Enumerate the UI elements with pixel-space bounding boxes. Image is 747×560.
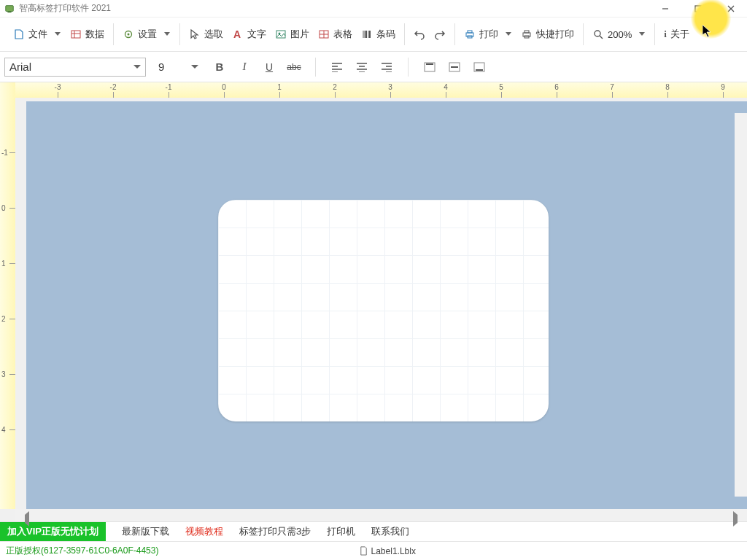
file-button[interactable]: 文件	[9, 25, 66, 44]
steps-link[interactable]: 标签打印只需3步	[239, 525, 311, 538]
text-button[interactable]: A 文字	[228, 25, 271, 44]
title-bar: 智高标签打印软件 2021	[0, 0, 747, 18]
printer-link[interactable]: 打印机	[327, 525, 355, 538]
workspace: -101234 -3-2-10123456789	[0, 82, 747, 521]
minimize-button[interactable]	[649, 0, 681, 18]
vertical-scrollbar[interactable]	[735, 113, 747, 497]
quick-print-button[interactable]: 快捷打印	[516, 25, 578, 44]
table-label: 表格	[333, 28, 352, 41]
font-size-select[interactable]: 9	[152, 58, 203, 77]
zoom-label: 200%	[608, 29, 632, 40]
vip-link[interactable]: 加入VIP正版无忧计划	[0, 522, 106, 541]
chevron-down-icon	[54, 32, 61, 36]
cursor-icon	[703, 25, 714, 39]
chevron-down-icon	[191, 65, 198, 69]
settings-label: 设置	[138, 28, 157, 41]
font-name-select[interactable]: Arial	[4, 58, 146, 77]
label-canvas[interactable]	[218, 200, 549, 421]
maximize-button[interactable]	[681, 0, 714, 18]
valign-bottom-button[interactable]	[468, 56, 490, 78]
valign-top-button[interactable]	[419, 56, 441, 78]
license-status: 正版授权(6127-3597-61C0-6A0F-4453)	[0, 545, 158, 557]
redo-button[interactable]	[430, 26, 450, 43]
chevron-down-icon	[505, 32, 512, 36]
window-title: 智高标签打印软件 2021	[19, 2, 649, 15]
align-left-button[interactable]	[326, 56, 348, 78]
current-file: Label1.Lblx	[371, 546, 416, 556]
links-bar: 加入VIP正版无忧计划 最新版下载 视频教程 标签打印只需3步 打印机 联系我们	[0, 521, 747, 541]
barcode-button[interactable]: 条码	[357, 25, 400, 44]
svg-rect-26	[525, 31, 529, 33]
settings-button[interactable]: 设置	[118, 25, 175, 44]
chevron-down-icon	[163, 32, 171, 36]
svg-rect-1	[7, 11, 11, 12]
svg-point-10	[128, 34, 130, 36]
format-toolbar: Arial 9 B I U abc	[0, 52, 747, 82]
undo-button[interactable]	[409, 26, 430, 43]
file-label: 文件	[28, 28, 47, 41]
close-button[interactable]	[714, 0, 747, 18]
table-button[interactable]: 表格	[314, 25, 357, 44]
chevron-down-icon	[638, 32, 646, 36]
horizontal-scrollbar[interactable]	[15, 509, 747, 521]
app-icon	[4, 4, 15, 14]
latest-download-link[interactable]: 最新版下载	[122, 525, 169, 538]
data-button[interactable]: 数据	[66, 25, 109, 44]
font-size-value: 9	[156, 61, 164, 73]
zoom-button[interactable]: 200%	[588, 26, 650, 43]
contact-link[interactable]: 联系我们	[371, 525, 409, 538]
select-button[interactable]: 选取	[185, 25, 228, 44]
barcode-label: 条码	[376, 28, 395, 41]
bold-button[interactable]: B	[209, 56, 231, 78]
svg-point-28	[595, 31, 600, 36]
select-label: 选取	[204, 28, 223, 41]
about-button[interactable]: i 关于	[659, 25, 694, 44]
main-toolbar: 文件 数据 设置 选取 A 文字 图片 表格	[0, 18, 747, 52]
font-name-value: Arial	[9, 61, 31, 73]
svg-rect-6	[71, 31, 80, 38]
chevron-down-icon	[133, 65, 141, 69]
about-label: 关于	[670, 28, 689, 41]
ruler-vertical: -101234	[0, 82, 15, 509]
italic-button[interactable]: I	[233, 56, 255, 78]
image-label: 图片	[290, 28, 309, 41]
print-button[interactable]: 打印	[460, 25, 516, 44]
svg-text:A: A	[233, 28, 241, 40]
strikethrough-button[interactable]: abc	[283, 56, 305, 78]
data-label: 数据	[85, 28, 104, 41]
ruler-horizontal: -3-2-10123456789	[15, 82, 747, 98]
valign-middle-button[interactable]	[444, 56, 465, 78]
svg-rect-3	[695, 6, 701, 12]
align-right-button[interactable]	[376, 56, 398, 78]
text-label: 文字	[247, 28, 266, 41]
status-bar: 正版授权(6127-3597-61C0-6A0F-4453) Label1.Lb…	[0, 541, 747, 560]
print-label: 打印	[479, 28, 498, 41]
quick-print-label: 快捷打印	[536, 28, 574, 41]
align-center-button[interactable]	[351, 56, 373, 78]
video-tutorial-link[interactable]: 视频教程	[185, 525, 223, 538]
svg-rect-0	[6, 5, 14, 11]
svg-line-29	[600, 36, 603, 39]
image-button[interactable]: 图片	[271, 25, 314, 44]
underline-button[interactable]: U	[258, 56, 280, 78]
svg-rect-23	[468, 31, 472, 33]
document-icon	[359, 546, 368, 556]
canvas-area[interactable]	[15, 98, 747, 509]
